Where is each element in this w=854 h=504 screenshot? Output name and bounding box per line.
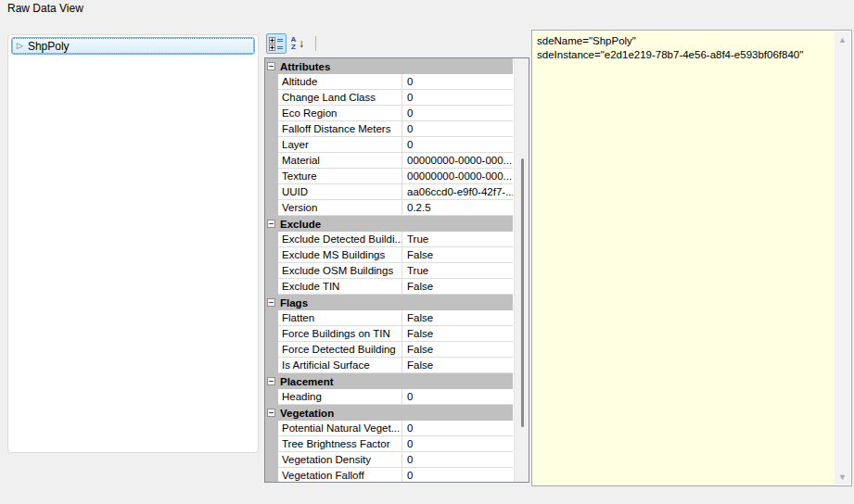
- category-row[interactable]: −Flags: [265, 295, 513, 310]
- property-value[interactable]: 0: [402, 106, 513, 121]
- property-row[interactable]: Exclude TINFalse: [265, 279, 513, 295]
- property-row[interactable]: Material00000000-0000-000...: [265, 153, 513, 169]
- collapse-category-icon[interactable]: −: [267, 62, 275, 70]
- scroll-up-icon[interactable]: ▲: [835, 32, 850, 47]
- indent-strip: [265, 436, 278, 452]
- property-value[interactable]: 0: [402, 389, 513, 405]
- collapse-category-icon[interactable]: −: [267, 298, 275, 307]
- property-row[interactable]: Exclude MS BuildingsFalse: [265, 247, 513, 263]
- property-name[interactable]: Exclude Detected Buildi...: [278, 232, 402, 247]
- property-row[interactable]: Change Land Class0: [265, 90, 513, 106]
- detail-line: sdeInstance="e2d1e219-78b7-4e56-a8f4-e59…: [537, 48, 831, 62]
- property-name[interactable]: Heading: [278, 389, 402, 405]
- category-label: Attributes: [280, 61, 330, 72]
- category-row[interactable]: −Placement: [265, 373, 513, 389]
- property-name[interactable]: Exclude MS Buildings: [278, 247, 402, 263]
- alphabetical-sort-button[interactable]: A Z ↓: [287, 33, 307, 54]
- property-value[interactable]: 0: [402, 421, 513, 436]
- property-value[interactable]: 0: [402, 121, 513, 137]
- property-row[interactable]: Exclude OSM BuildingsTrue: [265, 263, 513, 279]
- property-row[interactable]: Exclude Detected Buildi...True: [265, 232, 513, 247]
- property-name[interactable]: Is Artificial Surface: [278, 358, 402, 373]
- property-value[interactable]: aa06ccd0-e9f0-42f7-...: [402, 184, 513, 200]
- property-row[interactable]: Vegetation Density0: [265, 452, 513, 468]
- property-value[interactable]: False: [402, 247, 513, 263]
- property-value[interactable]: False: [402, 326, 513, 342]
- property-row[interactable]: Falloff Distance Meters0: [265, 121, 513, 137]
- property-name[interactable]: Potential Natural Veget...: [278, 421, 402, 436]
- scrollbar-thumb[interactable]: [521, 158, 524, 427]
- property-row[interactable]: Tree Brightness Factor0: [265, 436, 513, 452]
- property-grid-scrollbar[interactable]: [514, 58, 529, 482]
- category-row[interactable]: −Exclude: [265, 216, 513, 232]
- property-name[interactable]: Material: [278, 153, 402, 169]
- property-row[interactable]: Force Detected BuildingFalse: [265, 342, 513, 358]
- indent-strip: [265, 232, 278, 247]
- property-value[interactable]: 0: [402, 452, 513, 468]
- property-value[interactable]: 0: [402, 74, 513, 90]
- indent-strip: [265, 358, 278, 373]
- collapse-category-icon[interactable]: −: [267, 220, 275, 228]
- property-row[interactable]: Altitude0: [265, 74, 513, 90]
- property-value[interactable]: 0.2.5: [402, 200, 513, 216]
- indent-strip: [265, 247, 278, 263]
- property-row[interactable]: Force Buildings on TINFalse: [265, 326, 513, 342]
- property-name[interactable]: UUID: [278, 184, 402, 200]
- property-name[interactable]: Tree Brightness Factor: [278, 436, 402, 452]
- property-value[interactable]: 0: [402, 90, 513, 106]
- tree-view[interactable]: ▷ ShpPoly: [7, 34, 259, 453]
- property-name[interactable]: Falloff Distance Meters: [278, 121, 402, 137]
- property-name[interactable]: Change Land Class: [278, 90, 402, 106]
- property-name[interactable]: Altitude: [278, 74, 402, 90]
- property-name[interactable]: Texture: [278, 169, 402, 184]
- detail-panel[interactable]: sdeName="ShpPoly"sdeInstance="e2d1e219-7…: [531, 30, 852, 486]
- indent-strip: [265, 452, 278, 468]
- property-value[interactable]: 00000000-0000-000...: [402, 153, 513, 169]
- property-name[interactable]: Layer: [278, 137, 402, 153]
- property-row[interactable]: Version0.2.5: [265, 200, 513, 216]
- category-row[interactable]: −Attributes: [265, 58, 513, 74]
- property-row[interactable]: Heading0: [265, 389, 513, 405]
- property-name[interactable]: Exclude TIN: [278, 279, 402, 295]
- property-name[interactable]: Version: [278, 200, 402, 216]
- scroll-down-icon[interactable]: ▼: [835, 469, 850, 485]
- category-label: Flags: [280, 297, 308, 309]
- property-name[interactable]: Force Buildings on TIN: [278, 326, 402, 342]
- property-value[interactable]: True: [402, 263, 513, 279]
- property-row[interactable]: Is Artificial SurfaceFalse: [265, 358, 513, 373]
- categorized-view-button[interactable]: [266, 33, 287, 54]
- property-name[interactable]: Vegetation Density: [278, 452, 402, 468]
- tree-node-shppoly[interactable]: ▷ ShpPoly: [11, 37, 255, 55]
- property-row[interactable]: Potential Natural Veget...0: [265, 421, 513, 436]
- property-name[interactable]: Flatten: [278, 310, 402, 326]
- property-value[interactable]: 0: [402, 137, 513, 153]
- property-row[interactable]: FlattenFalse: [265, 310, 513, 326]
- collapse-category-icon[interactable]: −: [267, 377, 275, 385]
- categorized-icon: [269, 36, 284, 51]
- property-name[interactable]: Vegetation Falloff: [278, 468, 402, 483]
- property-name[interactable]: Force Detected Building: [278, 342, 402, 358]
- property-value[interactable]: 0: [402, 436, 513, 452]
- property-row[interactable]: Layer0: [265, 137, 513, 153]
- category-row[interactable]: −Vegetation: [265, 405, 513, 421]
- property-value[interactable]: False: [402, 358, 513, 373]
- property-name[interactable]: Eco Region: [278, 106, 402, 121]
- property-row[interactable]: Vegetation Falloff0: [265, 468, 513, 483]
- property-name[interactable]: Exclude OSM Buildings: [278, 263, 402, 279]
- detail-text[interactable]: sdeName="ShpPoly"sdeInstance="e2d1e219-7…: [537, 34, 831, 62]
- detail-scrollbar[interactable]: ▲ ▼: [835, 32, 850, 485]
- property-value[interactable]: 00000000-0000-000...: [402, 169, 513, 184]
- property-row[interactable]: Eco Region0: [265, 106, 513, 121]
- indent-strip: [265, 421, 278, 436]
- property-row[interactable]: UUIDaa06ccd0-e9f0-42f7-...: [265, 184, 513, 200]
- indent-strip: [265, 169, 278, 184]
- expand-collapsed-icon[interactable]: ▷: [17, 42, 23, 50]
- collapse-category-icon[interactable]: −: [267, 409, 275, 417]
- property-value[interactable]: False: [402, 279, 513, 295]
- property-value[interactable]: 0: [402, 468, 513, 483]
- property-value[interactable]: False: [402, 342, 513, 358]
- property-value[interactable]: False: [402, 310, 513, 326]
- property-value[interactable]: True: [402, 232, 513, 247]
- property-grid[interactable]: −AttributesAltitude0Change Land Class0Ec…: [264, 57, 529, 483]
- property-row[interactable]: Texture00000000-0000-000...: [265, 169, 513, 184]
